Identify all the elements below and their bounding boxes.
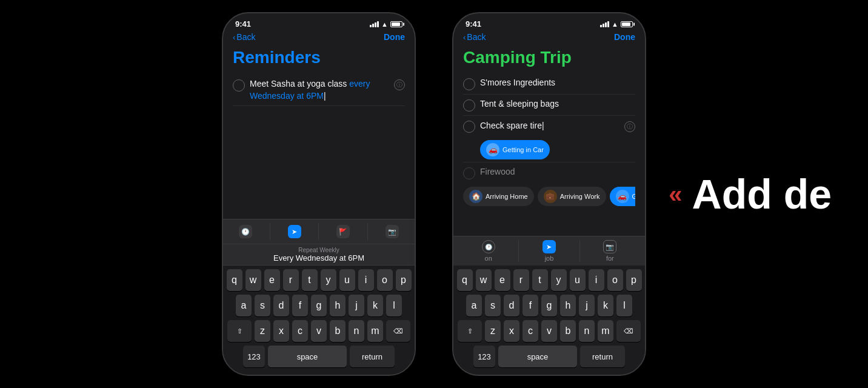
key-backspace[interactable]: ⌫ xyxy=(386,320,410,342)
suggestion-flag[interactable]: 🚩 xyxy=(336,225,350,238)
key2-return[interactable]: return xyxy=(580,346,625,367)
key2-n[interactable]: n xyxy=(579,320,595,342)
checkbox-smores[interactable] xyxy=(463,78,475,90)
chip-car-label-2: Getting in Car xyxy=(632,193,636,200)
checkbox-tent[interactable] xyxy=(463,99,475,112)
key-k[interactable]: k xyxy=(367,295,383,316)
key2-o[interactable]: o xyxy=(607,269,623,291)
signal-icon-2 xyxy=(600,21,609,27)
key2-l[interactable]: l xyxy=(616,295,632,316)
ks-clock-label: on xyxy=(485,255,492,262)
key-j[interactable]: j xyxy=(349,295,364,316)
key2-k[interactable]: k xyxy=(598,295,613,316)
wifi-icon-2: ▲ xyxy=(612,21,618,28)
back-button-1[interactable]: ‹ Back xyxy=(233,32,255,42)
checkbox-tire[interactable] xyxy=(463,121,475,133)
key2-b[interactable]: b xyxy=(560,320,576,342)
key-f[interactable]: f xyxy=(292,295,308,316)
chip-car[interactable]: 🚗 Getting in Car xyxy=(610,187,636,206)
key-b[interactable]: b xyxy=(330,320,346,342)
key-m[interactable]: m xyxy=(367,320,383,342)
key2-f[interactable]: f xyxy=(522,295,538,316)
key-return[interactable]: return xyxy=(350,346,395,367)
key2-x[interactable]: x xyxy=(504,320,519,342)
key-l[interactable]: l xyxy=(386,295,402,316)
key-v[interactable]: v xyxy=(311,320,327,342)
key-c[interactable]: c xyxy=(292,320,308,342)
status-bar-1: 9:41 ▲ xyxy=(223,13,415,31)
key-o[interactable]: o xyxy=(377,269,393,291)
key-q[interactable]: q xyxy=(227,269,242,291)
signal-icon xyxy=(370,21,379,27)
checkbox-firewood[interactable] xyxy=(463,167,475,179)
key2-shift[interactable]: ⇧ xyxy=(458,320,482,342)
key2-z[interactable]: z xyxy=(485,320,501,342)
right-decoration: « Add de xyxy=(669,170,832,218)
key-i[interactable]: i xyxy=(358,269,374,291)
key-z[interactable]: z xyxy=(255,320,270,342)
key-t[interactable]: t xyxy=(302,269,318,291)
suggestion-camera[interactable]: 📷 xyxy=(386,225,399,238)
key-d[interactable]: d xyxy=(273,295,289,316)
info-button-1[interactable]: ⓘ xyxy=(394,79,405,90)
key-x[interactable]: x xyxy=(273,320,289,342)
suggestion-location[interactable]: ➤ xyxy=(288,225,301,238)
status-icons-1: ▲ xyxy=(370,21,402,28)
key2-i[interactable]: i xyxy=(589,269,604,291)
back-button-2[interactable]: ‹ Back xyxy=(463,32,486,42)
back-label-2: Back xyxy=(467,32,486,42)
location-suggestion-chip[interactable]: 🚗 Getting in Car xyxy=(480,140,550,159)
key2-h[interactable]: h xyxy=(560,295,576,316)
chip-work[interactable]: 💼 Arriving Work xyxy=(538,187,606,206)
key-w[interactable]: w xyxy=(245,269,261,291)
key2-v[interactable]: v xyxy=(541,320,557,342)
key2-q[interactable]: q xyxy=(457,269,473,291)
key2-j[interactable]: j xyxy=(579,295,595,316)
key2-d[interactable]: d xyxy=(504,295,519,316)
reminder-text-tent: Tent & sleeping bags xyxy=(480,98,635,110)
cursor-2: | xyxy=(542,121,544,130)
key2-c[interactable]: c xyxy=(522,320,538,342)
key2-g[interactable]: g xyxy=(541,295,557,316)
key-shift[interactable]: ⇧ xyxy=(227,320,252,342)
key-space[interactable]: space xyxy=(268,346,347,367)
key-a[interactable]: a xyxy=(236,295,252,316)
key-g[interactable]: g xyxy=(311,295,327,316)
key2-space[interactable]: space xyxy=(498,346,577,367)
key-y[interactable]: y xyxy=(321,269,336,291)
key2-y[interactable]: y xyxy=(551,269,567,291)
key2-numbers[interactable]: 123 xyxy=(473,346,495,367)
key2-e[interactable]: e xyxy=(495,269,510,291)
key-p[interactable]: p xyxy=(396,269,412,291)
key-h[interactable]: h xyxy=(330,295,346,316)
key-n[interactable]: n xyxy=(349,320,364,342)
key-u[interactable]: u xyxy=(339,269,355,291)
chip-home[interactable]: 🏠 Arriving Home xyxy=(463,187,534,206)
key-r[interactable]: r xyxy=(283,269,299,291)
key-numbers[interactable]: 123 xyxy=(243,346,265,367)
keyboard-row-2: a s d f g h j k l xyxy=(225,295,412,316)
ks-location-label: job xyxy=(545,255,554,262)
key2-t[interactable]: t xyxy=(532,269,548,291)
key2-p[interactable]: p xyxy=(626,269,642,291)
suggestion-clock[interactable]: 🕐 xyxy=(239,225,252,238)
key2-u[interactable]: u xyxy=(570,269,586,291)
key-e[interactable]: e xyxy=(264,269,280,291)
key2-backspace[interactable]: ⌫ xyxy=(616,320,641,342)
key2-r[interactable]: r xyxy=(513,269,529,291)
key2-s[interactable]: s xyxy=(485,295,501,316)
key-s[interactable]: s xyxy=(255,295,270,316)
suggestion-bar-2: 🕐 on ➤ job 📷 for xyxy=(453,236,645,266)
info-button-2[interactable]: ⓘ xyxy=(624,121,635,132)
done-button-1[interactable]: Done xyxy=(384,32,405,42)
key2-w[interactable]: w xyxy=(476,269,492,291)
key2-a[interactable]: a xyxy=(466,295,482,316)
key2-m[interactable]: m xyxy=(598,320,613,342)
quicktype-label-1: Repeat Weekly xyxy=(228,247,410,253)
ks-camera-icon[interactable]: 📷 xyxy=(603,240,616,253)
smores-label: S'mores Ingredients xyxy=(480,78,555,87)
ks-location-icon[interactable]: ➤ xyxy=(542,240,556,253)
checkbox-1[interactable] xyxy=(233,79,245,92)
ks-clock-icon[interactable]: 🕐 xyxy=(482,240,495,253)
done-button-2[interactable]: Done xyxy=(614,32,635,42)
